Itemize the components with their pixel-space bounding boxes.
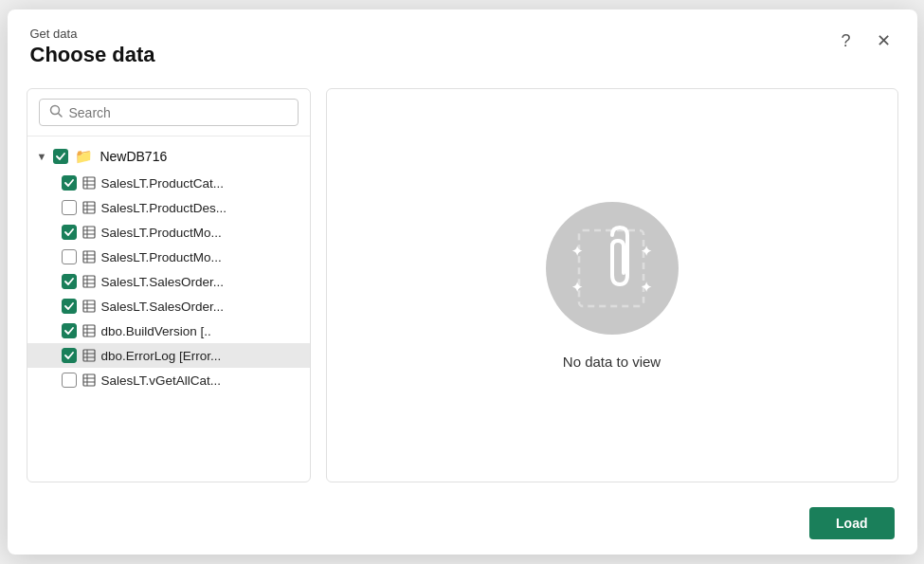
svg-rect-2 xyxy=(83,177,95,189)
list-item[interactable]: SalesLT.ProductDes... xyxy=(27,195,310,220)
no-data-illustration: ✦ ✦ ✦ ✦ xyxy=(551,207,674,330)
list-item[interactable]: SalesLT.SalesOrder... xyxy=(27,269,310,294)
tree-area[interactable]: ▼ 📁 NewDB716 xyxy=(27,136,310,482)
list-item[interactable]: SalesLT.SalesOrder... xyxy=(27,294,310,318)
list-item[interactable]: dbo.ErrorLog [Error... xyxy=(27,343,310,368)
item-label-8: SalesLT.vGetAllCat... xyxy=(101,373,222,388)
item-checkbox-0[interactable] xyxy=(62,175,77,191)
left-panel: ▼ 📁 NewDB716 xyxy=(27,88,311,482)
header-icons: ? ✕ xyxy=(832,27,898,55)
folder-icon: 📁 xyxy=(75,148,93,165)
table-icon xyxy=(82,275,96,288)
svg-text:✦: ✦ xyxy=(571,280,583,295)
right-panel: ✦ ✦ ✦ ✦ No data to view xyxy=(326,88,898,482)
svg-rect-22 xyxy=(83,300,95,312)
choose-data-title: Choose data xyxy=(30,43,895,67)
item-checkbox-1[interactable] xyxy=(62,200,77,215)
svg-rect-30 xyxy=(83,350,95,361)
no-data-text: No data to view xyxy=(563,354,661,370)
table-icon xyxy=(82,226,96,239)
item-label-4: SalesLT.SalesOrder... xyxy=(101,275,225,289)
close-icon: ✕ xyxy=(877,30,891,51)
list-item[interactable]: SalesLT.ProductCat... xyxy=(27,171,310,195)
item-label-7: dbo.ErrorLog [Error... xyxy=(101,349,222,363)
item-checkbox-3[interactable] xyxy=(62,249,77,264)
dialog-body: ▼ 📁 NewDB716 xyxy=(8,73,917,498)
table-icon xyxy=(82,373,96,387)
close-button[interactable]: ✕ xyxy=(870,27,898,55)
table-icon xyxy=(82,324,96,337)
search-box xyxy=(27,89,310,136)
table-icon xyxy=(82,176,96,190)
svg-text:✦: ✦ xyxy=(641,280,652,295)
get-data-label: Get data xyxy=(30,27,895,41)
item-checkbox-7[interactable] xyxy=(62,348,77,363)
search-input[interactable] xyxy=(69,105,288,120)
item-label-2: SalesLT.ProductMo... xyxy=(101,226,222,240)
svg-rect-26 xyxy=(83,325,95,337)
item-label-3: SalesLT.ProductMo... xyxy=(101,250,222,264)
list-item[interactable]: SalesLT.ProductMo... xyxy=(27,245,310,269)
table-icon xyxy=(82,349,96,362)
root-checkbox[interactable] xyxy=(53,149,68,164)
item-label-5: SalesLT.SalesOrder... xyxy=(101,300,225,314)
list-item[interactable]: dbo.BuildVersion [.. xyxy=(27,318,310,343)
item-checkbox-2[interactable] xyxy=(62,225,77,240)
no-data-icon: ✦ ✦ ✦ ✦ xyxy=(546,202,679,335)
item-label-6: dbo.BuildVersion [.. xyxy=(101,324,211,338)
list-item[interactable]: SalesLT.vGetAllCat... xyxy=(27,368,310,392)
table-icon xyxy=(82,201,96,214)
svg-rect-10 xyxy=(83,227,95,238)
search-icon xyxy=(49,104,63,120)
item-checkbox-8[interactable] xyxy=(62,373,77,388)
table-icon xyxy=(82,250,96,264)
item-checkbox-4[interactable] xyxy=(62,274,77,289)
svg-rect-6 xyxy=(83,202,95,213)
tree-root-item[interactable]: ▼ 📁 NewDB716 xyxy=(27,142,310,171)
dialog-header: Get data Choose data ? ✕ xyxy=(8,9,917,73)
help-button[interactable]: ? xyxy=(832,27,861,55)
choose-data-dialog: Get data Choose data ? ✕ xyxy=(8,9,917,555)
root-label: NewDB716 xyxy=(100,149,167,164)
search-input-wrap xyxy=(39,99,299,126)
dialog-footer: Load xyxy=(8,498,917,555)
item-label-1: SalesLT.ProductDes... xyxy=(101,201,227,215)
svg-rect-34 xyxy=(83,374,95,386)
list-item[interactable]: SalesLT.ProductMo... xyxy=(27,220,310,245)
svg-rect-18 xyxy=(83,276,95,287)
svg-rect-14 xyxy=(83,251,95,263)
item-label-0: SalesLT.ProductCat... xyxy=(101,176,225,191)
item-checkbox-6[interactable] xyxy=(62,323,77,338)
svg-text:✦: ✦ xyxy=(641,244,652,259)
svg-line-1 xyxy=(58,114,62,118)
table-icon xyxy=(82,300,96,313)
svg-text:✦: ✦ xyxy=(571,244,583,259)
load-button[interactable]: Load xyxy=(809,507,894,539)
item-checkbox-5[interactable] xyxy=(62,299,77,314)
expand-arrow-icon: ▼ xyxy=(37,151,47,162)
help-icon: ? xyxy=(841,31,850,51)
